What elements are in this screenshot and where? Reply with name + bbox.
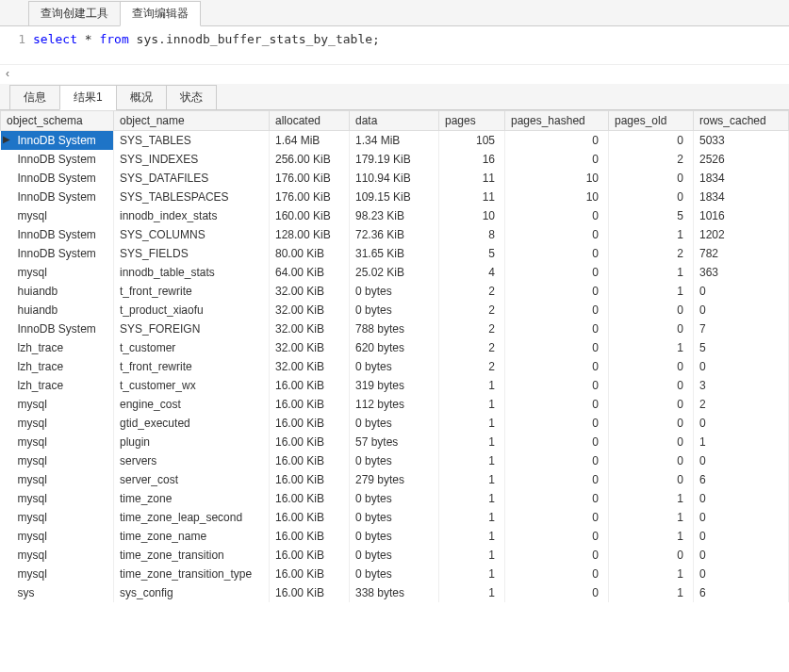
cell-alloc: 16.00 KiB: [270, 527, 350, 546]
table-row[interactable]: InnoDB SystemSYS_INDEXES256.00 KiB179.19…: [1, 150, 789, 169]
cell-cached: 1202: [694, 225, 789, 244]
table-row[interactable]: InnoDB SystemSYS_DATAFILES176.00 KiB110.…: [1, 169, 789, 188]
col-allocated[interactable]: allocated: [270, 111, 350, 131]
cell-schema: InnoDB System: [1, 169, 114, 188]
table-row[interactable]: mysqltime_zone16.00 KiB0 bytes1010: [1, 489, 789, 508]
results-grid[interactable]: object_schema object_name allocated data…: [0, 110, 789, 602]
cell-schema: mysql: [1, 546, 114, 565]
cell-name: t_customer: [114, 338, 270, 357]
table-row[interactable]: InnoDB SystemSYS_COLUMNS128.00 KiB72.36 …: [1, 225, 789, 244]
cell-old: 1: [609, 565, 694, 583]
table-row[interactable]: InnoDB SystemSYS_FIELDS80.00 KiB31.65 Ki…: [1, 244, 789, 263]
sql-editor[interactable]: 1 select * from sys.innodb_buffer_stats_…: [0, 26, 789, 64]
cell-hashed: 0: [505, 225, 609, 244]
cell-name: SYS_COLUMNS: [114, 225, 270, 244]
cell-old: 1: [609, 527, 694, 546]
table-row[interactable]: ▶InnoDB SystemSYS_TABLES1.64 MiB1.34 MiB…: [1, 131, 789, 151]
line-number: 1: [9, 32, 33, 58]
cell-cached: 0: [694, 414, 789, 433]
tab-query-editor[interactable]: 查询编辑器: [120, 1, 201, 26]
scroll-left-icon[interactable]: ‹: [0, 64, 789, 82]
tab-query-builder[interactable]: 查询创建工具: [28, 1, 121, 26]
table-row[interactable]: mysqlservers16.00 KiB0 bytes1000: [1, 451, 789, 470]
cell-name: SYS_TABLES: [114, 131, 270, 151]
cell-old: 1: [609, 338, 694, 357]
col-object-name[interactable]: object_name: [114, 111, 270, 131]
tab-profile[interactable]: 概况: [116, 85, 167, 110]
table-row[interactable]: InnoDB SystemSYS_FOREIGN32.00 KiB788 byt…: [1, 320, 789, 338]
table-row[interactable]: huiandbt_product_xiaofu32.00 KiB0 bytes2…: [1, 301, 789, 320]
cell-alloc: 32.00 KiB: [270, 338, 350, 357]
cell-old: 0: [609, 376, 694, 395]
col-object-schema[interactable]: object_schema: [1, 111, 114, 131]
cell-data: 57 bytes: [350, 433, 439, 451]
table-row[interactable]: lzh_tracet_front_rewrite32.00 KiB0 bytes…: [1, 357, 789, 376]
table-row[interactable]: lzh_tracet_customer_wx16.00 KiB319 bytes…: [1, 376, 789, 395]
cell-cached: 5033: [694, 131, 789, 151]
cell-cached: 0: [694, 282, 789, 301]
cell-old: 0: [609, 433, 694, 451]
cell-data: 0 bytes: [350, 301, 439, 320]
table-row[interactable]: huiandbt_front_rewrite32.00 KiB0 bytes20…: [1, 282, 789, 301]
cell-cached: 1: [694, 433, 789, 451]
cell-data: 788 bytes: [350, 320, 439, 338]
cell-schema: InnoDB System: [1, 225, 114, 244]
cell-hashed: 0: [505, 508, 609, 527]
cell-name: SYS_INDEXES: [114, 150, 270, 169]
cell-old: 1: [609, 263, 694, 282]
cell-old: 0: [609, 546, 694, 565]
cell-alloc: 160.00 KiB: [270, 206, 350, 225]
cell-pages: 11: [439, 169, 505, 188]
cell-alloc: 16.00 KiB: [270, 508, 350, 527]
table-row[interactable]: mysqlinnodb_table_stats64.00 KiB25.02 Ki…: [1, 263, 789, 282]
cell-cached: 0: [694, 489, 789, 508]
table-row[interactable]: lzh_tracet_customer32.00 KiB620 bytes201…: [1, 338, 789, 357]
cell-pages: 11: [439, 188, 505, 206]
cell-hashed: 0: [505, 357, 609, 376]
tab-result1[interactable]: 结果1: [59, 85, 117, 110]
col-pages-hashed[interactable]: pages_hashed: [505, 111, 609, 131]
cell-pages: 1: [439, 470, 505, 489]
table-row[interactable]: mysqlplugin16.00 KiB57 bytes1001: [1, 433, 789, 451]
cell-name: server_cost: [114, 470, 270, 489]
col-pages[interactable]: pages: [439, 111, 505, 131]
cell-cached: 0: [694, 451, 789, 470]
table-row[interactable]: InnoDB SystemSYS_TABLESPACES176.00 KiB10…: [1, 188, 789, 206]
cell-pages: 1: [439, 376, 505, 395]
cell-schema: lzh_trace: [1, 338, 114, 357]
cell-pages: 2: [439, 357, 505, 376]
cell-hashed: 0: [505, 565, 609, 583]
tab-info[interactable]: 信息: [9, 85, 60, 110]
table-row[interactable]: mysqlengine_cost16.00 KiB112 bytes1002: [1, 395, 789, 414]
tab-status[interactable]: 状态: [166, 85, 217, 110]
cell-data: 25.02 KiB: [350, 263, 439, 282]
cell-cached: 782: [694, 244, 789, 263]
cell-old: 2: [609, 150, 694, 169]
cell-old: 1: [609, 225, 694, 244]
table-row[interactable]: mysqlinnodb_index_stats160.00 KiB98.23 K…: [1, 206, 789, 225]
table-row[interactable]: mysqltime_zone_transition_type16.00 KiB0…: [1, 565, 789, 583]
cell-hashed: 0: [505, 131, 609, 151]
cell-pages: 5: [439, 244, 505, 263]
table-row[interactable]: syssys_config16.00 KiB338 bytes1016: [1, 583, 789, 602]
cell-schema: lzh_trace: [1, 357, 114, 376]
table-row[interactable]: mysqlgtid_executed16.00 KiB0 bytes1000: [1, 414, 789, 433]
cell-data: 72.36 KiB: [350, 225, 439, 244]
results-table: object_schema object_name allocated data…: [0, 110, 789, 602]
cell-name: engine_cost: [114, 395, 270, 414]
col-data[interactable]: data: [350, 111, 439, 131]
col-pages-old[interactable]: pages_old: [609, 111, 694, 131]
cell-alloc: 16.00 KiB: [270, 470, 350, 489]
cell-alloc: 16.00 KiB: [270, 565, 350, 583]
table-row[interactable]: mysqltime_zone_transition16.00 KiB0 byte…: [1, 546, 789, 565]
table-row[interactable]: mysqltime_zone_name16.00 KiB0 bytes1010: [1, 527, 789, 546]
cell-pages: 1: [439, 583, 505, 602]
table-row[interactable]: mysqlserver_cost16.00 KiB279 bytes1006: [1, 470, 789, 489]
cell-data: 109.15 KiB: [350, 188, 439, 206]
table-row[interactable]: mysqltime_zone_leap_second16.00 KiB0 byt…: [1, 508, 789, 527]
cell-schema: mysql: [1, 489, 114, 508]
col-rows-cached[interactable]: rows_cached: [694, 111, 789, 131]
cell-cached: 3: [694, 376, 789, 395]
cell-pages: 1: [439, 546, 505, 565]
top-tabs: 查询创建工具 查询编辑器: [0, 0, 789, 26]
